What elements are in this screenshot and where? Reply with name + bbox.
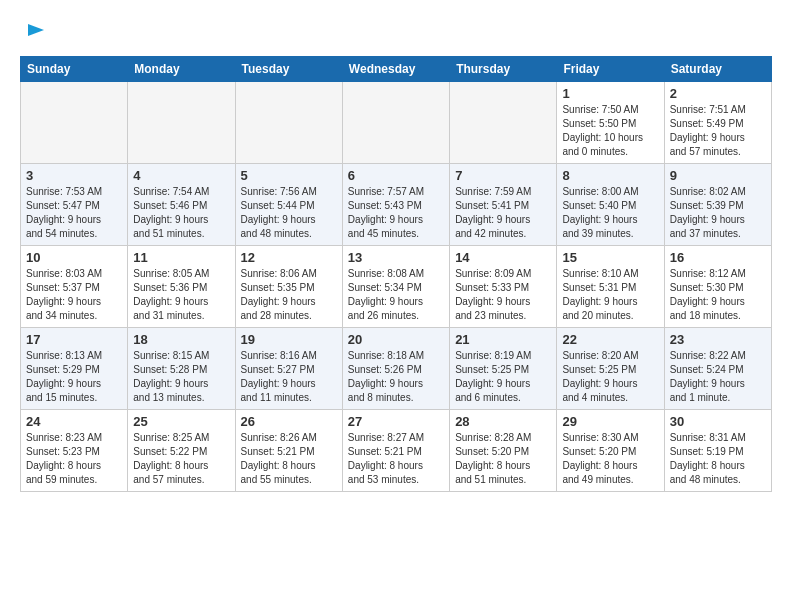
week-row-2: 3Sunrise: 7:53 AM Sunset: 5:47 PM Daylig… — [21, 164, 772, 246]
calendar-cell: 23Sunrise: 8:22 AM Sunset: 5:24 PM Dayli… — [664, 328, 771, 410]
week-row-4: 17Sunrise: 8:13 AM Sunset: 5:29 PM Dayli… — [21, 328, 772, 410]
calendar-cell: 18Sunrise: 8:15 AM Sunset: 5:28 PM Dayli… — [128, 328, 235, 410]
weekday-tuesday: Tuesday — [235, 57, 342, 82]
day-number: 1 — [562, 86, 658, 101]
day-number: 23 — [670, 332, 766, 347]
weekday-thursday: Thursday — [450, 57, 557, 82]
day-number: 13 — [348, 250, 444, 265]
day-info: Sunrise: 8:02 AM Sunset: 5:39 PM Dayligh… — [670, 185, 766, 241]
calendar-cell — [450, 82, 557, 164]
calendar-cell: 20Sunrise: 8:18 AM Sunset: 5:26 PM Dayli… — [342, 328, 449, 410]
logo-arrow-icon — [26, 20, 46, 40]
week-row-3: 10Sunrise: 8:03 AM Sunset: 5:37 PM Dayli… — [21, 246, 772, 328]
calendar-cell: 29Sunrise: 8:30 AM Sunset: 5:20 PM Dayli… — [557, 410, 664, 492]
day-info: Sunrise: 8:18 AM Sunset: 5:26 PM Dayligh… — [348, 349, 444, 405]
day-number: 22 — [562, 332, 658, 347]
day-info: Sunrise: 8:22 AM Sunset: 5:24 PM Dayligh… — [670, 349, 766, 405]
svg-marker-0 — [28, 24, 44, 36]
calendar-table: SundayMondayTuesdayWednesdayThursdayFrid… — [20, 56, 772, 492]
day-info: Sunrise: 8:30 AM Sunset: 5:20 PM Dayligh… — [562, 431, 658, 487]
calendar-cell: 5Sunrise: 7:56 AM Sunset: 5:44 PM Daylig… — [235, 164, 342, 246]
calendar-cell: 28Sunrise: 8:28 AM Sunset: 5:20 PM Dayli… — [450, 410, 557, 492]
day-number: 21 — [455, 332, 551, 347]
calendar-cell: 22Sunrise: 8:20 AM Sunset: 5:25 PM Dayli… — [557, 328, 664, 410]
day-number: 28 — [455, 414, 551, 429]
day-number: 18 — [133, 332, 229, 347]
day-number: 20 — [348, 332, 444, 347]
week-row-5: 24Sunrise: 8:23 AM Sunset: 5:23 PM Dayli… — [21, 410, 772, 492]
calendar-cell: 14Sunrise: 8:09 AM Sunset: 5:33 PM Dayli… — [450, 246, 557, 328]
day-info: Sunrise: 8:05 AM Sunset: 5:36 PM Dayligh… — [133, 267, 229, 323]
day-info: Sunrise: 8:26 AM Sunset: 5:21 PM Dayligh… — [241, 431, 337, 487]
calendar-cell: 25Sunrise: 8:25 AM Sunset: 5:22 PM Dayli… — [128, 410, 235, 492]
calendar-cell: 21Sunrise: 8:19 AM Sunset: 5:25 PM Dayli… — [450, 328, 557, 410]
calendar-cell: 10Sunrise: 8:03 AM Sunset: 5:37 PM Dayli… — [21, 246, 128, 328]
calendar-cell: 12Sunrise: 8:06 AM Sunset: 5:35 PM Dayli… — [235, 246, 342, 328]
day-number: 14 — [455, 250, 551, 265]
weekday-header-row: SundayMondayTuesdayWednesdayThursdayFrid… — [21, 57, 772, 82]
calendar-cell — [235, 82, 342, 164]
calendar-cell: 1Sunrise: 7:50 AM Sunset: 5:50 PM Daylig… — [557, 82, 664, 164]
day-number: 19 — [241, 332, 337, 347]
day-info: Sunrise: 8:09 AM Sunset: 5:33 PM Dayligh… — [455, 267, 551, 323]
day-info: Sunrise: 8:03 AM Sunset: 5:37 PM Dayligh… — [26, 267, 122, 323]
day-info: Sunrise: 7:53 AM Sunset: 5:47 PM Dayligh… — [26, 185, 122, 241]
day-number: 2 — [670, 86, 766, 101]
day-info: Sunrise: 8:19 AM Sunset: 5:25 PM Dayligh… — [455, 349, 551, 405]
calendar-cell: 26Sunrise: 8:26 AM Sunset: 5:21 PM Dayli… — [235, 410, 342, 492]
calendar-cell — [342, 82, 449, 164]
calendar-cell: 15Sunrise: 8:10 AM Sunset: 5:31 PM Dayli… — [557, 246, 664, 328]
day-number: 10 — [26, 250, 122, 265]
calendar-cell: 24Sunrise: 8:23 AM Sunset: 5:23 PM Dayli… — [21, 410, 128, 492]
day-number: 5 — [241, 168, 337, 183]
calendar-cell — [128, 82, 235, 164]
day-info: Sunrise: 7:54 AM Sunset: 5:46 PM Dayligh… — [133, 185, 229, 241]
calendar-cell — [21, 82, 128, 164]
day-number: 24 — [26, 414, 122, 429]
calendar-cell: 13Sunrise: 8:08 AM Sunset: 5:34 PM Dayli… — [342, 246, 449, 328]
week-row-1: 1Sunrise: 7:50 AM Sunset: 5:50 PM Daylig… — [21, 82, 772, 164]
calendar-cell: 4Sunrise: 7:54 AM Sunset: 5:46 PM Daylig… — [128, 164, 235, 246]
day-info: Sunrise: 8:23 AM Sunset: 5:23 PM Dayligh… — [26, 431, 122, 487]
day-number: 25 — [133, 414, 229, 429]
day-number: 7 — [455, 168, 551, 183]
day-info: Sunrise: 8:20 AM Sunset: 5:25 PM Dayligh… — [562, 349, 658, 405]
day-info: Sunrise: 8:10 AM Sunset: 5:31 PM Dayligh… — [562, 267, 658, 323]
day-number: 30 — [670, 414, 766, 429]
calendar-cell: 17Sunrise: 8:13 AM Sunset: 5:29 PM Dayli… — [21, 328, 128, 410]
calendar-cell: 3Sunrise: 7:53 AM Sunset: 5:47 PM Daylig… — [21, 164, 128, 246]
day-info: Sunrise: 8:25 AM Sunset: 5:22 PM Dayligh… — [133, 431, 229, 487]
day-info: Sunrise: 7:56 AM Sunset: 5:44 PM Dayligh… — [241, 185, 337, 241]
day-info: Sunrise: 8:08 AM Sunset: 5:34 PM Dayligh… — [348, 267, 444, 323]
day-number: 29 — [562, 414, 658, 429]
day-info: Sunrise: 8:31 AM Sunset: 5:19 PM Dayligh… — [670, 431, 766, 487]
calendar-cell: 11Sunrise: 8:05 AM Sunset: 5:36 PM Dayli… — [128, 246, 235, 328]
calendar-cell: 19Sunrise: 8:16 AM Sunset: 5:27 PM Dayli… — [235, 328, 342, 410]
day-number: 17 — [26, 332, 122, 347]
weekday-sunday: Sunday — [21, 57, 128, 82]
day-info: Sunrise: 8:27 AM Sunset: 5:21 PM Dayligh… — [348, 431, 444, 487]
weekday-monday: Monday — [128, 57, 235, 82]
day-number: 11 — [133, 250, 229, 265]
day-number: 3 — [26, 168, 122, 183]
day-info: Sunrise: 7:57 AM Sunset: 5:43 PM Dayligh… — [348, 185, 444, 241]
calendar-cell: 8Sunrise: 8:00 AM Sunset: 5:40 PM Daylig… — [557, 164, 664, 246]
day-number: 27 — [348, 414, 444, 429]
day-info: Sunrise: 8:00 AM Sunset: 5:40 PM Dayligh… — [562, 185, 658, 241]
day-number: 9 — [670, 168, 766, 183]
calendar-cell: 16Sunrise: 8:12 AM Sunset: 5:30 PM Dayli… — [664, 246, 771, 328]
calendar-cell: 2Sunrise: 7:51 AM Sunset: 5:49 PM Daylig… — [664, 82, 771, 164]
logo — [20, 20, 46, 40]
day-info: Sunrise: 8:15 AM Sunset: 5:28 PM Dayligh… — [133, 349, 229, 405]
day-info: Sunrise: 8:13 AM Sunset: 5:29 PM Dayligh… — [26, 349, 122, 405]
day-number: 26 — [241, 414, 337, 429]
weekday-wednesday: Wednesday — [342, 57, 449, 82]
calendar-cell: 7Sunrise: 7:59 AM Sunset: 5:41 PM Daylig… — [450, 164, 557, 246]
calendar-cell: 9Sunrise: 8:02 AM Sunset: 5:39 PM Daylig… — [664, 164, 771, 246]
day-number: 6 — [348, 168, 444, 183]
weekday-saturday: Saturday — [664, 57, 771, 82]
calendar-cell: 30Sunrise: 8:31 AM Sunset: 5:19 PM Dayli… — [664, 410, 771, 492]
day-info: Sunrise: 7:59 AM Sunset: 5:41 PM Dayligh… — [455, 185, 551, 241]
day-number: 4 — [133, 168, 229, 183]
day-info: Sunrise: 8:06 AM Sunset: 5:35 PM Dayligh… — [241, 267, 337, 323]
